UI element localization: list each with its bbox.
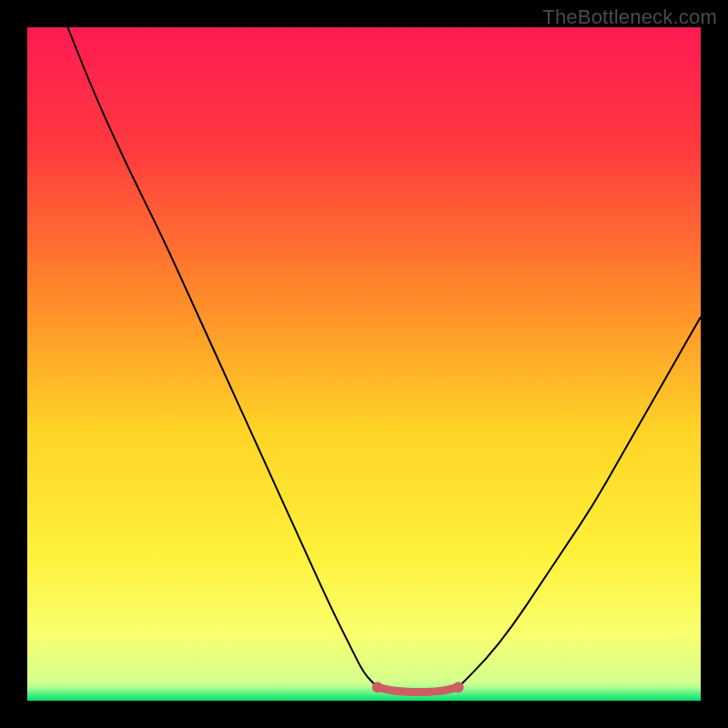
chart-frame: TheBottleneck.com [0, 0, 728, 728]
valley-endpoint-left [372, 682, 383, 693]
curve-left-branch [67, 27, 377, 687]
curve-valley-highlight [378, 687, 459, 692]
watermark-text: TheBottleneck.com [542, 5, 717, 29]
plot-area [27, 27, 701, 701]
curve-layer [27, 27, 701, 701]
curve-right-branch [459, 317, 701, 687]
valley-endpoint-right [453, 682, 464, 693]
